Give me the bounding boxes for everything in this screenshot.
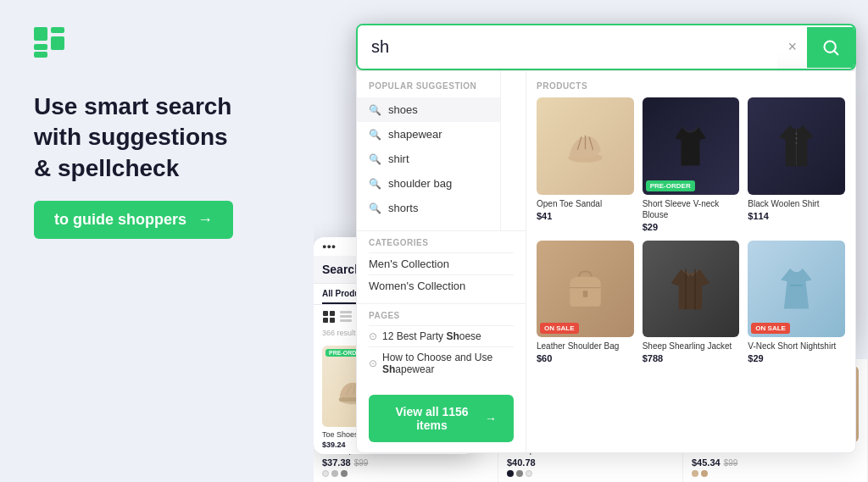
bottom-price-row-slides: $45.34 $99 <box>692 457 859 468</box>
list-view-icon[interactable] <box>339 310 353 324</box>
product-badge-bag: ON SALE <box>540 323 579 334</box>
logo <box>34 27 280 58</box>
suggestion-shoulder-bag[interactable]: 🔍 shoulder bag <box>357 171 500 196</box>
product-name-blouse: Short Sleeve V-neck Blouse <box>643 198 740 220</box>
product-name-sandal: Open Toe Sandal <box>537 198 634 209</box>
product-badge-blouse: PRE-ORDER <box>646 180 695 191</box>
bottom-price-boots: $40.78 <box>507 457 536 468</box>
categories-header: CATEGORIES <box>369 238 514 247</box>
products-col: PRODUCTS Open Toe Sandal $41 <box>526 71 855 452</box>
product-img-shirt <box>748 97 845 195</box>
color-dots-boots <box>507 470 674 477</box>
color-dot <box>331 470 338 477</box>
clear-button[interactable]: × <box>777 38 807 56</box>
product-badge-dress: ON SALE <box>751 323 790 334</box>
product-price-dress: $29 <box>748 353 845 363</box>
search-icon-small3: 🔍 <box>369 153 381 165</box>
bottom-price-old-sneakers: $99 <box>354 458 369 468</box>
product-price-jacket: $788 <box>643 353 740 363</box>
svg-line-6 <box>834 50 838 54</box>
search-dropdown: POPULAR SUGGESTION 🔍 shoes 🔍 shapewear 🔍… <box>356 70 856 453</box>
color-dot <box>516 470 523 477</box>
categories-section: CATEGORIES Men's Collection Women's Coll… <box>357 231 526 303</box>
product-name-shirt: Black Woolen Shirt <box>748 198 845 209</box>
category-mens[interactable]: Men's Collection <box>369 252 514 274</box>
cta-arrow: → <box>198 211 213 228</box>
color-dot <box>701 470 708 477</box>
page-icon2: ⊙ <box>369 357 377 369</box>
search-icon-small2: 🔍 <box>369 129 381 141</box>
suggestion-shorts[interactable]: 🔍 shorts <box>357 196 500 220</box>
cta-button[interactable]: to guide shoppers → <box>34 201 233 239</box>
product-price-blouse: $29 <box>643 222 740 232</box>
product-name-bag: Leather Shoulder Bag <box>537 341 634 352</box>
pages-section: PAGES ⊙ 12 Best Party Shoese ⊙ How to Ch… <box>357 304 526 386</box>
page-shapewear[interactable]: ⊙ How to Choose and Use Shapewear <box>369 346 514 380</box>
color-dot <box>507 470 514 477</box>
svg-rect-20 <box>340 319 352 322</box>
svg-rect-16 <box>323 318 328 323</box>
bottom-price-slides: $45.34 <box>692 457 721 468</box>
svg-rect-3 <box>34 52 47 58</box>
product-card-bag[interactable]: ON SALE Leather Shoulder Bag $60 <box>537 241 634 364</box>
cta-label: to guide shoppers <box>54 211 186 228</box>
search-icon-small5: 🔍 <box>369 202 381 214</box>
search-icon-small4: 🔍 <box>369 178 381 190</box>
pages-header: PAGES <box>369 311 514 320</box>
bottom-price-row-sneakers: $37.38 $99 <box>322 457 489 468</box>
search-overlay: × POPULAR SUGGESTION 🔍 shoes 🔍 <box>356 24 856 453</box>
product-name-dress: V-Neck Short Nightshirt <box>748 341 845 352</box>
product-img-jacket <box>643 241 740 338</box>
product-price-shirt: $114 <box>748 211 845 221</box>
logo-icon <box>34 27 64 58</box>
bottom-price-old-slides: $99 <box>724 458 738 468</box>
color-dot <box>526 470 532 477</box>
color-dot <box>692 470 698 477</box>
signal-icons: ●●● <box>322 242 336 251</box>
hero-text: Use smart search with suggestions & spel… <box>34 91 280 184</box>
svg-point-11 <box>796 142 798 144</box>
product-name-jacket: Sheep Shearling Jacket <box>643 341 740 352</box>
search-submit-button[interactable] <box>807 27 854 68</box>
product-card-sandal[interactable]: Open Toe Sandal $41 <box>537 97 634 232</box>
search-input[interactable] <box>358 25 777 69</box>
color-dot <box>341 470 348 477</box>
left-panel: Use smart search with suggestions & spel… <box>0 0 314 482</box>
view-all-button[interactable]: View all 1156 items → <box>369 395 514 442</box>
search-bar: × <box>356 24 856 70</box>
product-card-jacket[interactable]: Sheep Shearling Jacket $788 <box>643 241 740 364</box>
product-price-sandal: $41 <box>537 211 634 221</box>
product-img-sandal <box>537 97 634 195</box>
product-img-blouse: PRE-ORDER <box>643 97 740 195</box>
category-womens[interactable]: Women's Collection <box>369 274 514 296</box>
view-all-arrow: → <box>485 412 497 425</box>
suggestion-shapewear[interactable]: 🔍 shapewear <box>357 122 500 147</box>
svg-rect-4 <box>51 36 64 50</box>
view-all-label: View all 1156 items <box>386 405 478 432</box>
bottom-price-sneakers: $37.38 <box>322 457 351 468</box>
color-dots-sneakers <box>322 470 489 477</box>
product-img-dress: ON SALE <box>748 241 845 338</box>
svg-rect-0 <box>34 27 47 41</box>
product-card-dress[interactable]: ON SALE V-Neck Short Nightshirt $29 <box>748 241 845 364</box>
svg-point-9 <box>796 133 798 135</box>
right-area: All Products 119 Pages Showing 338 resul… <box>314 0 868 482</box>
suggestion-shoes[interactable]: 🔍 shoes <box>357 97 500 122</box>
products-grid: Open Toe Sandal $41 PRE-ORDER Short Slee… <box>537 97 845 363</box>
svg-rect-18 <box>340 311 352 313</box>
svg-rect-15 <box>330 311 335 316</box>
products-header: PRODUCTS <box>537 81 845 91</box>
page-icon1: ⊙ <box>369 330 377 342</box>
product-price-bag: $60 <box>537 353 634 363</box>
suggestion-shirt[interactable]: 🔍 shirt <box>357 147 500 171</box>
suggestions-header: POPULAR SUGGESTION <box>357 81 500 97</box>
search-icon-small: 🔍 <box>369 104 381 116</box>
color-dots-slides <box>692 470 859 477</box>
svg-rect-19 <box>340 315 352 318</box>
svg-rect-2 <box>34 44 47 50</box>
product-card-blouse[interactable]: PRE-ORDER Short Sleeve V-neck Blouse $29 <box>643 97 740 232</box>
grid-view-icon[interactable] <box>322 310 336 324</box>
color-dot <box>322 470 329 477</box>
page-party-shoes[interactable]: ⊙ 12 Best Party Shoese <box>369 325 514 346</box>
product-card-shirt[interactable]: Black Woolen Shirt $114 <box>748 97 845 232</box>
